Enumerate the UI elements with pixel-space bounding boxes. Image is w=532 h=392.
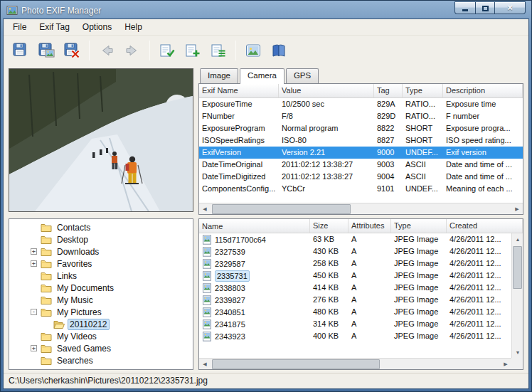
file-row[interactable]: 2338803414 KBAJPEG Image4/26/2011 12...	[199, 282, 511, 294]
maximize-button[interactable]	[475, 1, 495, 14]
exif-col-value[interactable]: Value	[279, 84, 374, 97]
tree-item[interactable]: +Saved Games	[9, 342, 193, 354]
exif-row[interactable]: FNumberF/8829DRATIO...F number	[199, 110, 523, 122]
tree-expander-icon[interactable]: +	[31, 260, 37, 267]
scroll-down-arrow-icon[interactable]: ▼	[512, 346, 523, 358]
tree-item[interactable]: My Documents	[9, 282, 193, 294]
tree-expander-icon[interactable]: +	[31, 345, 37, 351]
tree-item[interactable]: Searches	[9, 354, 193, 366]
floppy-disk-icon	[12, 42, 29, 59]
tree-item-label: Downloads	[55, 247, 101, 257]
file-created-cell: 4/26/2011 12...	[447, 258, 511, 270]
toolbar-separator	[89, 41, 90, 60]
exif-row[interactable]: ComponentsConfig...YCbCr9101UNDEF...Mean…	[199, 183, 523, 195]
file-col-name[interactable]: Name	[199, 219, 310, 233]
floppy-delete-icon	[63, 42, 80, 59]
tree-expander-icon[interactable]: +	[31, 248, 37, 255]
file-row[interactable]: 2343923400 KBAJPEG Image4/26/2011 12...	[199, 330, 511, 342]
exif-name-cell: ISOSpeedRatings	[199, 134, 279, 147]
file-attributes-cell: A	[349, 245, 391, 258]
file-name: 2338803	[215, 283, 245, 293]
add-tag-button[interactable]	[181, 38, 205, 63]
tab-image[interactable]: Image	[200, 68, 238, 83]
file-type-cell: JPEG Image	[391, 294, 447, 306]
scroll-left-arrow-icon[interactable]: ◀	[199, 359, 211, 370]
scroll-thumb[interactable]	[212, 359, 380, 369]
exif-col-tag[interactable]: Tag	[374, 84, 403, 97]
menu-file[interactable]: File	[6, 20, 33, 34]
tag-check-icon	[159, 42, 176, 59]
file-row[interactable]: 2339827276 KBAJPEG Image4/26/2011 12...	[199, 294, 511, 306]
tree-item[interactable]: -My Pictures	[9, 306, 193, 318]
scroll-track	[512, 245, 523, 346]
tab-camera[interactable]: Camera	[240, 68, 284, 84]
file-type-cell: JPEG Image	[391, 245, 447, 258]
tag-list-button[interactable]	[206, 38, 230, 63]
file-list-v-scrollbar[interactable]: ▲ ▼	[511, 233, 523, 358]
file-name: 2339827	[215, 295, 245, 305]
scroll-thumb[interactable]	[513, 246, 522, 289]
file-size-cell: 414 KB	[310, 282, 349, 294]
file-row[interactable]: 115d71700c6463 KBAJPEG Image4/26/2011 12…	[199, 233, 511, 245]
file-type-cell: JPEG Image	[391, 330, 447, 342]
tree-item[interactable]: +Downloads	[9, 245, 193, 258]
file-row[interactable]: 2335731450 KBAJPEG Image4/26/2011 12...	[199, 270, 511, 282]
exif-col-name[interactable]: Exif Name	[199, 84, 279, 97]
file-row[interactable]: 2327539430 KBAJPEG Image4/26/2011 12...	[199, 245, 511, 258]
exif-col-description[interactable]: Description	[443, 84, 523, 97]
tab-gps[interactable]: GPS	[286, 68, 319, 83]
edit-tag-button[interactable]	[155, 38, 179, 63]
scroll-right-arrow-icon[interactable]: ▶	[500, 359, 511, 370]
close-button[interactable]: ×	[495, 1, 526, 14]
exif-row[interactable]: ISOSpeedRatingsISO-808827SHORTISO speed …	[199, 134, 523, 147]
redo-button[interactable]	[120, 38, 144, 63]
tree-expander-icon[interactable]: -	[31, 309, 37, 315]
jpeg-file-icon	[202, 295, 212, 305]
menu-help[interactable]: Help	[118, 20, 149, 34]
file-col-size[interactable]: Size	[310, 219, 349, 233]
delete-exif-button[interactable]	[60, 38, 84, 63]
file-size-cell: 400 KB	[310, 330, 349, 342]
scroll-left-arrow-icon[interactable]: ◀	[199, 203, 211, 215]
menu-exif-tag[interactable]: Exif Tag	[33, 20, 75, 34]
help-button[interactable]	[267, 38, 291, 63]
file-list-h-scrollbar[interactable]: ◀ ▶	[199, 358, 511, 369]
scroll-up-arrow-icon[interactable]: ▲	[512, 233, 523, 245]
tree-item[interactable]: Desktop	[9, 233, 193, 245]
tree-item[interactable]: +Favorites	[9, 258, 193, 270]
exif-type-cell: ASCII	[403, 171, 443, 183]
scroll-thumb[interactable]	[212, 204, 351, 214]
undo-button[interactable]	[95, 38, 119, 63]
save-button[interactable]	[9, 38, 33, 63]
exif-col-type[interactable]: Type	[403, 84, 443, 97]
exif-desc-cell: Exposure progra...	[443, 122, 523, 134]
exif-h-scrollbar[interactable]: ◀ ▶	[199, 203, 523, 214]
save-image-button[interactable]	[34, 38, 58, 63]
file-name: 2340851	[215, 307, 245, 317]
tree-item[interactable]: My Music	[9, 294, 193, 306]
tree-item[interactable]: My Videos	[9, 330, 193, 342]
scroll-right-arrow-icon[interactable]: ▶	[511, 203, 523, 215]
tree-item[interactable]: 20110212	[9, 318, 193, 330]
tree-item[interactable]: Contacts	[9, 221, 193, 233]
menu-options[interactable]: Options	[76, 20, 118, 34]
file-col-attributes[interactable]: Attributes	[349, 219, 391, 233]
tree-item[interactable]: Links	[9, 270, 193, 282]
file-row[interactable]: 2341875314 KBAJPEG Image4/26/2011 12...	[199, 318, 511, 330]
minimize-button[interactable]	[454, 1, 475, 14]
file-row[interactable]: 2329587258 KBAJPEG Image4/26/2011 12...	[199, 258, 511, 270]
exif-row[interactable]: ExposureProgramNormal program8822SHORTEx…	[199, 122, 523, 134]
file-created-cell: 4/26/2011 12...	[447, 294, 511, 306]
exif-row[interactable]: ExifVersionVersion 2.219000UNDEF...Exif …	[199, 147, 523, 159]
jpeg-file-icon	[202, 319, 212, 329]
file-col-type[interactable]: Type	[391, 219, 447, 233]
exif-row[interactable]: DateTimeDigitized2011:02:12 13:38:279004…	[199, 171, 523, 183]
file-col-created[interactable]: Created	[447, 219, 523, 233]
image-viewer-button[interactable]	[241, 38, 265, 63]
app-icon[interactable]	[6, 5, 18, 16]
exif-row[interactable]: ExposureTime10/2500 sec829ARATIO...Expos…	[199, 98, 523, 110]
jpeg-file-icon	[202, 283, 212, 293]
tree-item-label: Searches	[55, 356, 95, 366]
file-row[interactable]: 2340851480 KBAJPEG Image4/26/2011 12...	[199, 306, 511, 318]
exif-row[interactable]: DateTimeOriginal2011:02:12 13:38:279003A…	[199, 159, 523, 171]
